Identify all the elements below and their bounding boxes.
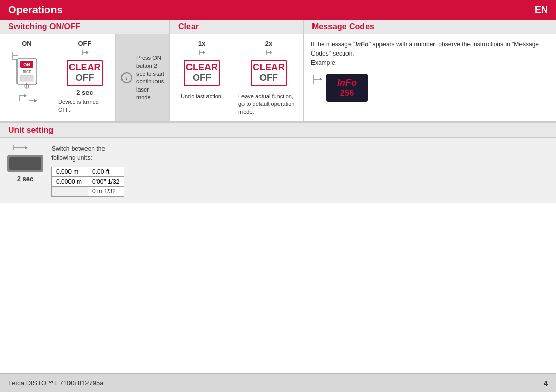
info-icon: i: [121, 72, 132, 83]
message-display-arrow: [311, 74, 326, 100]
section-bar-top: Switching ON/OFF Clear Message Codes: [0, 20, 556, 34]
unit-button-graphic: [7, 155, 43, 172]
unit-2sec-label: 2 sec: [17, 175, 34, 183]
svg-marker-20: [203, 51, 205, 54]
clear-2x-arrow: [264, 49, 274, 60]
info-display: InFo 256: [326, 74, 368, 102]
unit-section-bar: Unit setting: [0, 122, 556, 138]
unit-section-content: 2 sec Switch between the following units…: [0, 138, 556, 203]
section-message-header: Message Codes: [304, 20, 556, 34]
off-branch-arrow: [80, 49, 90, 60]
footer-product-name: Leica DISTO™ E7100i 812795a: [8, 379, 104, 387]
clear-section: 1x CLEAR OFF Undo last action. 2x: [170, 34, 304, 121]
unit-cell: 0'00" 1/32: [88, 176, 124, 186]
svg-marker-23: [270, 51, 272, 54]
unit-cell: 0.00 ft: [88, 167, 124, 176]
clear-1x-button-graphic: CLEAR OFF: [184, 60, 220, 86]
clear-2x-button-graphic: CLEAR OFF: [251, 60, 287, 86]
info-display-wrapper: InFo 256: [311, 72, 549, 102]
unit-desc-text: Switch between the following units:: [51, 144, 124, 163]
unit-cell-empty: [52, 186, 88, 196]
off-sec-label: 2 sec: [76, 88, 93, 96]
off-clear-text: CLEAR: [69, 63, 101, 73]
info-display-inFo: InFo: [337, 78, 357, 88]
clear-1x-off-text: OFF: [193, 73, 211, 83]
unit-desc-line1: Switch between the: [51, 145, 105, 152]
svg-marker-17: [86, 51, 89, 54]
clear-1x-clear-text: CLEAR: [186, 63, 218, 73]
svg-marker-14: [34, 99, 37, 102]
off-panel: OFF CLEAR OFF 2 sec Device is turned OFF…: [54, 34, 116, 121]
unit-cell: 0 in 1/32: [88, 186, 124, 196]
top-row: ON ON DIST: [0, 34, 556, 122]
table-row: 0.000 m 0.00 ft: [52, 167, 124, 176]
page-footer: Leica DISTO™ E7100i 812795a 4: [0, 373, 556, 392]
message-codes-text: If the message "InFo" appears with a num…: [311, 40, 549, 67]
unit-desc-line2: following units:: [51, 154, 92, 162]
table-row: 0.0000 m 0'00" 1/32: [52, 176, 124, 186]
info-text: Press ON button 2 sec to start continuou…: [136, 54, 164, 101]
on-label: ON: [22, 40, 32, 47]
unit-button-inner: [9, 157, 41, 170]
clear-2x-panel: 2x CLEAR OFF Leave actual function, go t…: [234, 34, 303, 121]
svg-rect-7: [20, 75, 33, 81]
unit-desc-area: Switch between the following units: 0.00…: [51, 144, 124, 197]
off-off-text: OFF: [76, 73, 94, 83]
section-clear-header: Clear: [170, 20, 304, 34]
svg-marker-26: [320, 78, 322, 81]
units-table: 0.000 m 0.00 ft 0.0000 m 0'00" 1/32 0 in…: [51, 167, 124, 197]
clear-2x-count: 2x: [265, 40, 272, 47]
on-off-section: ON ON DIST: [0, 34, 170, 121]
clear-2x-desc: Leave actual function, go to default ope…: [238, 93, 299, 116]
info-panel: i Press ON button 2 sec to start continu…: [116, 34, 169, 121]
off-clear-button-graphic: CLEAR OFF: [67, 60, 103, 86]
page-header: Operations EN: [0, 0, 556, 20]
footer-page-number: 4: [544, 379, 548, 387]
on-panel: ON ON DIST: [0, 34, 54, 121]
unit-branch-arrow: [11, 144, 40, 155]
section-switching-header: Switching ON/OFF: [0, 20, 170, 34]
on-action-arrows: [16, 93, 37, 109]
unit-graphic: 2 sec: [7, 144, 43, 183]
table-row: 0 in 1/32: [52, 186, 124, 196]
clear-1x-count: 1x: [198, 40, 205, 47]
clear-2x-off-text: OFF: [259, 73, 278, 83]
clear-1x-desc: Undo last action.: [181, 93, 223, 100]
inFo-bold: InFo: [355, 41, 368, 48]
off-desc: Device is turned OFF.: [58, 98, 111, 114]
unit-cell: 0.0000 m: [52, 176, 88, 186]
svg-text:ON: ON: [23, 62, 30, 67]
on-device-graphic: ON DIST: [8, 49, 46, 93]
message-codes-section: If the message "InFo" appears with a num…: [304, 34, 556, 121]
svg-marker-29: [25, 146, 28, 149]
unit-cell: 0.000 m: [52, 167, 88, 176]
svg-text:DIST: DIST: [23, 70, 31, 74]
page-title: Operations: [8, 4, 63, 16]
unit-section-header: Unit setting: [0, 123, 556, 137]
clear-1x-arrow: [197, 49, 207, 60]
language-indicator: EN: [535, 5, 548, 15]
clear-1x-panel: 1x CLEAR OFF Undo last action.: [170, 34, 234, 121]
svg-marker-12: [24, 94, 27, 97]
info-display-number: 256: [340, 88, 354, 98]
off-label: OFF: [78, 40, 92, 47]
clear-2x-clear-text: CLEAR: [253, 63, 285, 73]
